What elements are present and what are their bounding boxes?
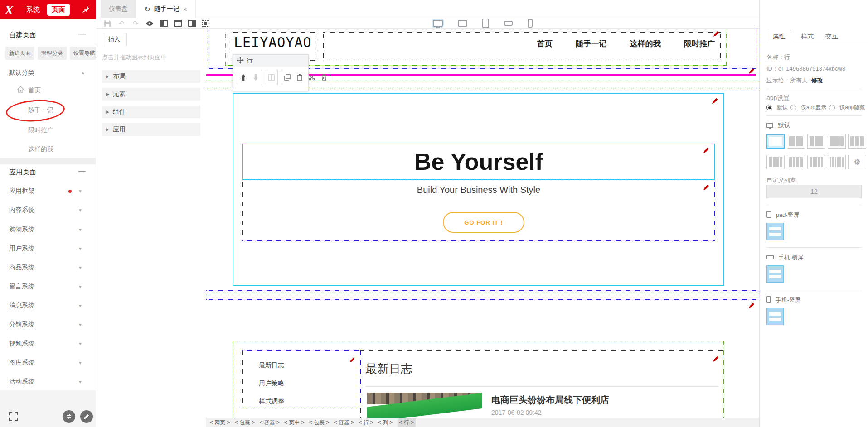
fullscreen-icon[interactable] [9,412,18,421]
caret-down-icon[interactable]: ▼ [78,227,82,232]
blog-post-title[interactable]: 电商巨头纷纷布局线下便利店 [491,394,609,406]
site-nav-about[interactable]: 这样的我 [630,38,661,49]
manage-category-button[interactable]: 管理分类 [38,47,67,60]
move-icon[interactable] [237,57,244,65]
split-column-icon[interactable] [265,70,277,85]
caret-down-icon[interactable]: ▼ [78,360,82,365]
copy-icon[interactable] [281,70,293,85]
caret-down-icon[interactable]: ▼ [78,284,82,289]
phone-landscape-stack-icon[interactable] [766,265,784,283]
edit-pencil-icon[interactable] [748,302,755,309]
nav-page[interactable]: 页面 [47,4,70,16]
sidebar-app-goods[interactable]: 商品系统▼ [9,264,87,272]
tab-interaction[interactable]: 交互 [820,30,844,43]
insert-section-components[interactable]: ▶ 组件 [102,106,200,118]
delete-trash-icon[interactable] [318,70,330,85]
nav-system[interactable]: 系统 [26,5,40,14]
layout-preset-3col[interactable] [848,134,866,149]
refresh-icon[interactable]: ↻ [144,5,150,14]
category-default[interactable]: 默认分类 ▲ [9,69,89,77]
caret-down-icon[interactable]: ▼ [78,246,82,251]
site-nav-promo[interactable]: 限时推广 [684,38,715,49]
sidebar-page-about[interactable]: 这样的我 [28,145,53,154]
caret-down-icon[interactable]: ▼ [78,265,82,270]
layout-preset-1-2[interactable] [807,134,825,149]
site-nav-home[interactable]: 首页 [537,38,553,49]
layout-preset-custom-gear-icon[interactable]: ⚙ [848,155,866,169]
radio-app-hide[interactable] [829,105,835,110]
sidebar-app-notify[interactable]: 消息系统▼ [9,302,87,310]
tab-dashboard[interactable]: 仪表盘 [101,0,136,18]
sidebar-app-video[interactable]: 视频系统▼ [9,340,87,348]
pin-icon[interactable] [82,5,90,15]
save-icon[interactable] [103,19,112,28]
preview-eye-icon[interactable] [145,19,154,28]
breadcrumb-item[interactable]: < 网页 > [210,419,230,427]
sidebar-app-activity[interactable]: 活动系统▼ [9,378,87,386]
caret-down-icon[interactable]: ▼ [78,379,82,384]
layout-preset-6col[interactable] [828,155,846,169]
move-up-icon[interactable] [237,70,249,85]
swap-mode-button[interactable] [63,410,75,423]
blog-menu-strategy[interactable]: 用户策略 [259,379,284,388]
layout-preset-4col[interactable] [787,155,805,169]
breadcrumb-item[interactable]: < 包裹 > [309,419,330,427]
caret-down-icon[interactable]: ▼ [78,208,82,213]
caret-down-icon[interactable]: ▼ [78,303,82,308]
edit-pencil-icon[interactable] [703,147,710,154]
hero-row-selected[interactable]: Be Yourself Build Your Business With Sty… [233,93,724,286]
layout-preset-1col-selected[interactable] [766,134,785,149]
paste-icon[interactable] [293,70,305,85]
sidebar-app-framework[interactable]: 应用框架 ▼ [9,187,87,195]
undo-icon[interactable]: ↶ [117,19,126,28]
edit-pencil-icon[interactable] [703,184,710,191]
blog-menu-style[interactable]: 样式调整 [259,398,284,406]
toggle-right-panel-icon[interactable] [188,19,196,28]
caret-down-icon[interactable]: ▼ [78,341,82,346]
layout-preset-2-1[interactable] [828,134,846,149]
blog-menu-latest[interactable]: 最新日志 [259,361,284,369]
brand-logo[interactable]: X [5,2,14,18]
edit-pencil-icon[interactable] [713,355,719,362]
tab-attributes[interactable]: 属性 [766,30,791,43]
preview-phone-landscape-icon[interactable] [504,21,513,26]
collapse-icon[interactable]: — [78,167,86,175]
toggle-top-panel-icon[interactable] [174,19,182,28]
collapse-icon[interactable]: — [78,30,86,38]
layout-preset-1-2-1[interactable] [766,155,785,169]
preview-phone-portrait-icon[interactable] [528,19,533,28]
breadcrumb-item[interactable]: < 容器 > [334,419,354,427]
sidebar-app-shopping[interactable]: 购物系统▼ [9,225,87,234]
site-logo-text[interactable]: LEIYAOYAO [234,34,312,50]
blog-side-menu[interactable]: 最新日志 用户策略 样式调整 [242,350,360,408]
edit-pencil-icon[interactable] [349,356,356,363]
toggle-left-panel-icon[interactable] [160,19,168,28]
edit-pencil-button[interactable] [80,410,93,423]
phone-portrait-stack-icon[interactable] [766,308,784,325]
preview-tablet-landscape-icon[interactable] [458,20,467,27]
pad-portrait-stack-icon[interactable] [766,223,784,240]
sidebar-page-home[interactable]: 首页 [28,86,41,95]
caret-up-icon[interactable]: ▲ [81,70,85,75]
caret-down-icon[interactable]: ▼ [78,189,82,194]
select-outline-icon[interactable] [202,19,210,28]
edit-pencil-icon[interactable] [748,67,755,74]
insert-section-elements[interactable]: ▶ 元素 [102,88,200,101]
breadcrumb-item[interactable]: < 容器 > [259,419,280,427]
layout-preset-2col[interactable] [787,134,805,149]
hero-title-block[interactable]: Be Yourself [242,144,715,180]
set-nav-button[interactable]: 设置导航 [70,47,99,60]
sidebar-app-gallery[interactable]: 图库系统▼ [9,359,87,367]
move-down-icon[interactable] [249,70,262,85]
breadcrumb-item-current[interactable]: < 行 > [398,418,416,427]
tab-style[interactable]: 样式 [795,30,820,43]
blog-main-column[interactable]: 最新日志 Mart 电商巨头纷纷布局线下便利店 2017-06-02 09:42 [360,350,723,418]
redo-icon[interactable]: ↷ [131,19,140,28]
radio-default[interactable] [766,105,772,110]
insert-section-layout[interactable]: ▶ 布局 [102,70,200,83]
breadcrumb-item[interactable]: < 包裹 > [235,419,255,427]
blog-post-thumbnail[interactable]: Mart [367,393,482,418]
cut-scissors-icon[interactable] [305,70,318,85]
breadcrumb-item[interactable]: < 列 > [378,419,393,427]
tab-current-page[interactable]: ↻ 随手一记 × [136,0,196,18]
